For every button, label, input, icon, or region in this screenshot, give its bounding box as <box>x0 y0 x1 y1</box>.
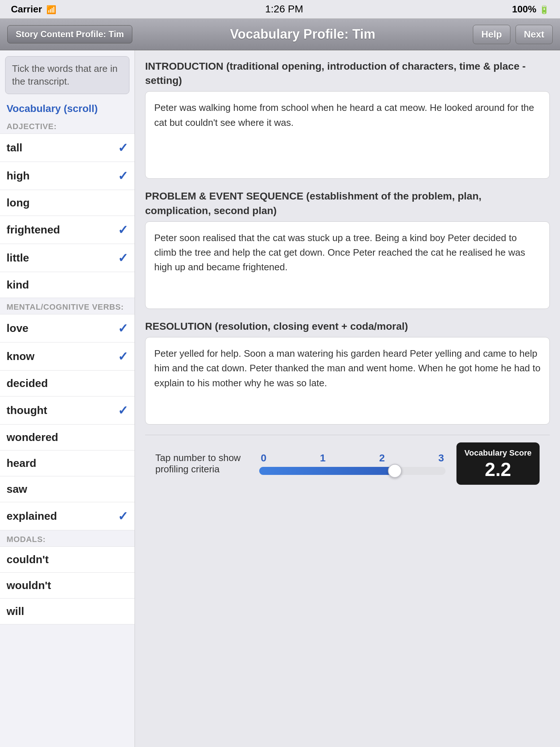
vocab-score-title: Vocabulary Score <box>464 448 532 458</box>
vocab-item-saw[interactable]: saw <box>0 476 135 502</box>
slider-number[interactable]: 3 <box>438 452 444 464</box>
status-time: 1:26 PM <box>265 3 303 15</box>
vocab-item-decided[interactable]: decided <box>0 371 135 396</box>
status-carrier: Carrier <box>11 4 56 15</box>
vocab-item-thought[interactable]: thought✓ <box>0 396 135 425</box>
carrier-label: Carrier <box>11 4 42 15</box>
left-panel: Tick the words that are in the transcrip… <box>0 50 135 747</box>
battery-label: 100% <box>512 4 537 15</box>
instruction-box: Tick the words that are in the transcrip… <box>5 56 129 94</box>
vocab-word: kind <box>7 279 29 291</box>
vocab-word: saw <box>7 483 27 495</box>
vocab-word: couldn't <box>7 553 48 566</box>
vocab-item-kind[interactable]: kind <box>0 272 135 298</box>
vocab-word: wouldn't <box>7 579 51 592</box>
vocab-word: thought <box>7 404 47 417</box>
checkmark-icon: ✓ <box>118 349 128 364</box>
checkmark-icon: ✓ <box>118 140 128 155</box>
vocab-word: heard <box>7 457 36 469</box>
vocab-word: decided <box>7 377 48 390</box>
main-content: Tick the words that are in the transcrip… <box>0 50 560 747</box>
vocab-item-wouldnt[interactable]: wouldn't <box>0 573 135 599</box>
vocab-score-value: 2.2 <box>464 460 532 479</box>
vocab-list[interactable]: ADJECTIVE:tall✓high✓longfrightened✓littl… <box>0 117 135 747</box>
vocab-item-know[interactable]: know✓ <box>0 342 135 371</box>
slider-fill <box>259 467 395 475</box>
vocab-item-long[interactable]: long <box>0 190 135 216</box>
section-block-0: INTRODUCTION (traditional opening, intro… <box>145 59 550 179</box>
vocab-word: high <box>7 170 30 182</box>
right-panel: INTRODUCTION (traditional opening, intro… <box>135 50 560 747</box>
checkmark-icon: ✓ <box>118 403 128 418</box>
vocab-item-wondered[interactable]: wondered <box>0 425 135 450</box>
vocab-item-heard[interactable]: heard <box>0 450 135 476</box>
vocab-word: love <box>7 322 28 334</box>
section-text-2: Peter yelled for help. Soon a man wateri… <box>145 337 550 425</box>
status-battery: 100% <box>512 4 549 15</box>
score-bar: Tap number to show profiling criteria012… <box>145 435 550 492</box>
section-label-1: PROBLEM & EVENT SEQUENCE (establishment … <box>145 189 550 217</box>
section-text-1: Peter soon realised that the cat was stu… <box>145 221 550 309</box>
page-title: Vocabulary Profile: Tim <box>132 27 473 42</box>
section-block-1: PROBLEM & EVENT SEQUENCE (establishment … <box>145 189 550 309</box>
vocab-item-high[interactable]: high✓ <box>0 162 135 190</box>
vocab-category-modals: MODALS: <box>0 530 135 547</box>
vocab-word: wondered <box>7 431 58 444</box>
vocab-word: tall <box>7 142 22 154</box>
vocab-item-couldnt[interactable]: couldn't <box>0 547 135 573</box>
vocab-item-tall[interactable]: tall✓ <box>0 134 135 162</box>
vocab-word: frightened <box>7 224 60 236</box>
vocab-word: little <box>7 252 29 264</box>
vocab-word: know <box>7 350 35 363</box>
vocab-category-mentalcognitiveverbs: MENTAL/COGNITIVE VERBS: <box>0 298 135 314</box>
slider-track[interactable] <box>259 467 446 475</box>
help-button[interactable]: Help <box>473 25 510 44</box>
section-label-2: RESOLUTION (resolution, closing event + … <box>145 319 550 333</box>
slider-number[interactable]: 1 <box>320 452 326 464</box>
checkmark-icon: ✓ <box>118 222 128 237</box>
checkmark-icon: ✓ <box>118 251 128 265</box>
slider-number[interactable]: 0 <box>261 452 267 464</box>
vocab-item-explained[interactable]: explained✓ <box>0 502 135 530</box>
next-button[interactable]: Next <box>516 25 553 44</box>
vocab-item-little[interactable]: little✓ <box>0 244 135 272</box>
vocab-word: explained <box>7 510 57 522</box>
vocab-word: long <box>7 197 30 209</box>
nav-bar: Story Content Profile: Tim Vocabulary Pr… <box>0 18 560 50</box>
nav-right-buttons: Help Next <box>473 25 553 44</box>
section-label-0: INTRODUCTION (traditional opening, intro… <box>145 59 550 88</box>
status-bar: Carrier 1:26 PM 100% <box>0 0 560 18</box>
vocab-word: will <box>7 605 24 618</box>
story-profile-button[interactable]: Story Content Profile: Tim <box>7 25 132 43</box>
slider-numbers: 0123 <box>259 452 446 464</box>
slider-number[interactable]: 2 <box>379 452 385 464</box>
section-block-2: RESOLUTION (resolution, closing event + … <box>145 319 550 425</box>
tap-label: Tap number to show profiling criteria <box>155 452 248 475</box>
vocab-scroll-label: Vocabulary (scroll) <box>0 98 135 117</box>
section-text-0: Peter was walking home from school when … <box>145 91 550 179</box>
checkmark-icon: ✓ <box>118 169 128 183</box>
vocab-item-will[interactable]: will <box>0 599 135 624</box>
battery-icon <box>539 4 549 15</box>
vocab-item-love[interactable]: love✓ <box>0 314 135 342</box>
slider-thumb[interactable] <box>388 464 402 478</box>
vocab-item-frightened[interactable]: frightened✓ <box>0 216 135 244</box>
slider-container[interactable]: 0123 <box>259 452 446 475</box>
wifi-icon <box>46 4 56 15</box>
vocab-category-adjective: ADJECTIVE: <box>0 117 135 134</box>
vocab-score-badge: Vocabulary Score2.2 <box>456 442 540 485</box>
checkmark-icon: ✓ <box>118 509 128 523</box>
checkmark-icon: ✓ <box>118 321 128 336</box>
